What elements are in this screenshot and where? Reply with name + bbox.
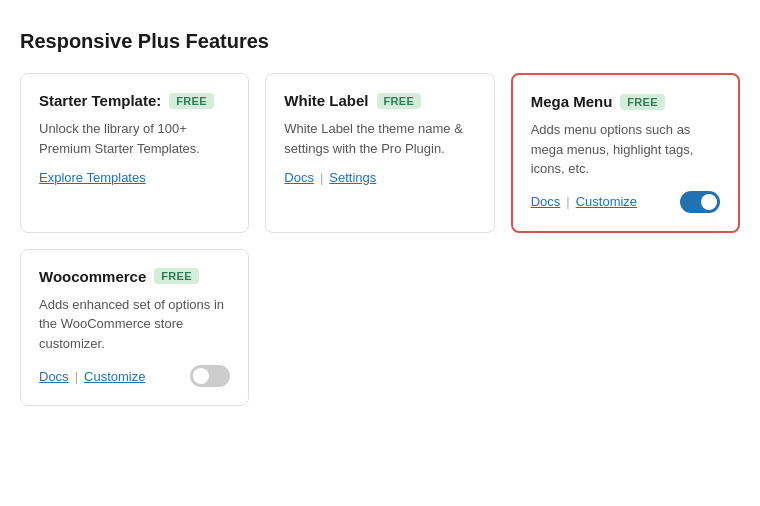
card-desc-starter: Unlock the library of 100+ Premium Start… (39, 119, 230, 158)
badge-free-woocommerce: FREE (154, 268, 199, 284)
card-footer-woocommerce: Docs | Customize (39, 365, 230, 387)
card-header-mega-menu: Mega Menu FREE (531, 93, 720, 110)
card-woocommerce: Woocommerce FREE Adds enhanced set of op… (20, 249, 249, 407)
toggle-knob-woocommerce (193, 368, 209, 384)
card-footer-mega-menu: Docs | Customize (531, 191, 720, 213)
badge-free-mega-menu: FREE (620, 94, 665, 110)
card-header-starter: Starter Template: FREE (39, 92, 230, 109)
card-header-woocommerce: Woocommerce FREE (39, 268, 230, 285)
card-starter-template: Starter Template: FREE Unlock the librar… (20, 73, 249, 233)
card-links-starter: Explore Templates (39, 170, 230, 185)
toggle-knob-mega-menu (701, 194, 717, 210)
card-title-mega-menu: Mega Menu (531, 93, 613, 110)
card-header-white-label: White Label FREE (284, 92, 475, 109)
explore-templates-link[interactable]: Explore Templates (39, 170, 146, 185)
card-desc-white-label: White Label the theme name & settings wi… (284, 119, 475, 158)
woocommerce-docs-link[interactable]: Docs (39, 369, 69, 384)
woocommerce-customize-link[interactable]: Customize (84, 369, 145, 384)
card-links-woocommerce: Docs | Customize (39, 369, 145, 384)
card-title-woocommerce: Woocommerce (39, 268, 146, 285)
page-title: Responsive Plus Features (20, 30, 740, 53)
white-label-docs-link[interactable]: Docs (284, 170, 314, 185)
separator-woocommerce: | (75, 369, 78, 384)
card-mega-menu: Mega Menu FREE Adds menu options such as… (511, 73, 740, 233)
card-links-mega-menu: Docs | Customize (531, 194, 637, 209)
woocommerce-toggle[interactable] (190, 365, 230, 387)
card-title-white-label: White Label (284, 92, 368, 109)
badge-free-starter: FREE (169, 93, 214, 109)
card-title-starter: Starter Template: (39, 92, 161, 109)
card-white-label: White Label FREE White Label the theme n… (265, 73, 494, 233)
mega-menu-toggle[interactable] (680, 191, 720, 213)
separator-mega-menu: | (566, 194, 569, 209)
white-label-settings-link[interactable]: Settings (329, 170, 376, 185)
badge-free-white-label: FREE (377, 93, 422, 109)
mega-menu-customize-link[interactable]: Customize (576, 194, 637, 209)
card-links-white-label: Docs | Settings (284, 170, 475, 185)
card-desc-mega-menu: Adds menu options such as mega menus, hi… (531, 120, 720, 179)
card-desc-woocommerce: Adds enhanced set of options in the WooC… (39, 295, 230, 354)
cards-grid: Starter Template: FREE Unlock the librar… (20, 73, 740, 233)
mega-menu-docs-link[interactable]: Docs (531, 194, 561, 209)
separator-white-label: | (320, 170, 323, 185)
bottom-cards-row: Woocommerce FREE Adds enhanced set of op… (20, 249, 740, 407)
